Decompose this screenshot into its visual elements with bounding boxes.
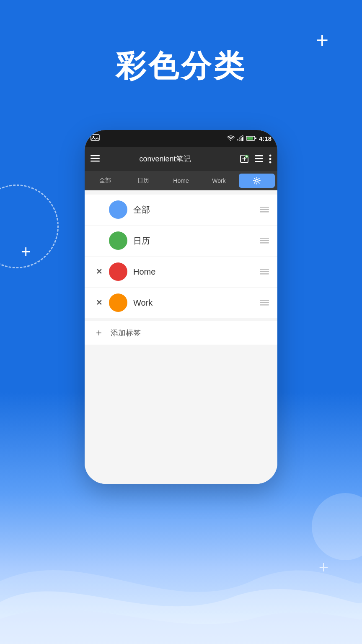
svg-rect-31 [260,242,269,244]
tab-bar: 全部 日历 Home Work [85,171,277,190]
image-icon [90,134,100,141]
app-toolbar: convenient笔记 [85,147,277,171]
signal-icon [237,135,244,141]
svg-rect-26 [260,207,269,208]
gear-icon [253,177,261,184]
drag-handle-work[interactable] [260,299,269,307]
wifi-icon [227,135,235,141]
svg-rect-32 [260,269,269,270]
drag-handle-calendar[interactable] [260,236,269,245]
svg-point-25 [256,179,258,182]
color-dot-calendar [109,231,127,250]
add-tag-icon: + [93,327,105,339]
list-view-button[interactable] [255,155,263,163]
color-dot-work [109,293,127,312]
bottom-waves [0,518,362,644]
color-dot-home [109,262,127,281]
category-list: ✕ 全部 ✕ 日历 [85,190,277,434]
svg-rect-35 [260,300,269,301]
add-tag-row[interactable]: + 添加标签 [85,321,277,345]
svg-rect-29 [260,238,269,239]
page-title: 彩色分类 [0,46,362,86]
plus-icon-left-mid: + [21,243,31,260]
more-options-button[interactable] [269,154,272,164]
category-item-home[interactable]: ✕ Home [85,257,277,287]
tab-home[interactable]: Home [163,174,199,188]
svg-rect-28 [260,211,269,213]
svg-point-22 [269,155,272,157]
drag-handle-all[interactable] [260,205,269,214]
color-dot-all [109,200,127,219]
svg-point-23 [269,158,272,160]
svg-rect-19 [255,155,263,156]
status-time: 4:18 [259,135,272,142]
svg-rect-8 [247,137,253,140]
app-title: convenient笔记 [90,154,240,164]
svg-rect-21 [255,161,263,162]
status-right-icons: 4:18 [227,135,272,142]
category-name-work: Work [133,298,260,308]
svg-rect-27 [260,209,269,210]
tab-work[interactable]: Work [201,174,237,188]
delete-btn-work[interactable]: ✕ [93,297,105,309]
battery-icon [246,136,256,141]
category-item-work[interactable]: ✕ Work [85,288,277,318]
delete-btn-home[interactable]: ✕ [93,266,105,278]
plus-icon-bottom-right: + [319,558,328,577]
status-bar: 4:18 [85,130,277,147]
category-name-all: 全部 [133,204,260,216]
svg-rect-37 [260,304,269,306]
svg-point-24 [269,161,272,164]
add-note-button[interactable] [240,154,249,164]
toolbar-action-icons [240,154,272,164]
phone-bottom-space [85,434,277,484]
category-item-all[interactable]: ✕ 全部 [85,195,277,225]
svg-rect-33 [260,271,269,273]
tab-settings[interactable] [239,174,275,188]
tab-all[interactable]: 全部 [87,174,123,188]
svg-rect-20 [255,158,263,159]
tab-calendar[interactable]: 日历 [125,174,161,188]
svg-rect-9 [255,138,256,139]
status-left-icon [90,134,103,143]
add-tag-label: 添加标签 [111,328,141,338]
drag-handle-home[interactable] [260,267,269,276]
category-name-calendar: 日历 [133,235,260,247]
svg-rect-34 [260,273,269,275]
svg-rect-36 [260,302,269,304]
category-item-calendar[interactable]: ✕ 日历 [85,226,277,256]
svg-rect-30 [260,240,269,242]
category-name-home: Home [133,267,260,277]
svg-rect-0 [91,135,99,140]
phone-mockup: 4:18 convenient笔记 [85,130,277,484]
